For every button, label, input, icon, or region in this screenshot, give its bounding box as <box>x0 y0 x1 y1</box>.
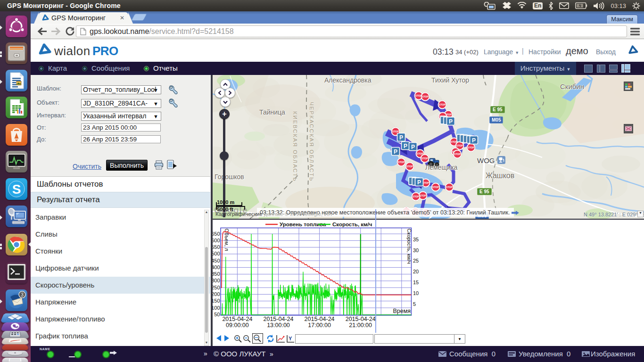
svg-text:3: 3 <box>21 292 24 297</box>
svg-text:P: P <box>404 143 407 149</box>
svg-text:S: S <box>12 182 21 197</box>
svg-text:2015-04-24: 2015-04-24 <box>305 316 335 322</box>
svg-text:P: P <box>411 144 415 150</box>
svg-text:50: 50 <box>214 312 220 317</box>
svg-text:STOP: STOP <box>421 157 429 160</box>
svg-text:P: P <box>472 137 476 144</box>
svg-text:2015-04-24: 2015-04-24 <box>222 316 252 322</box>
svg-text:P: P <box>449 118 453 125</box>
svg-text:5: 5 <box>413 301 416 307</box>
svg-text:2015-04-24: 2015-04-24 <box>264 316 294 322</box>
svg-text:STOP: STOP <box>432 186 439 189</box>
svg-text:30: 30 <box>413 247 419 253</box>
svg-text:P: P <box>417 179 421 186</box>
svg-text:STOP: STOP <box>456 144 463 147</box>
svg-text:Время: Время <box>393 308 411 314</box>
svg-text:STOP: STOP <box>454 153 461 156</box>
svg-text:STOP: STOP <box>422 95 429 98</box>
svg-text:10: 10 <box>413 290 419 296</box>
svg-text:20: 20 <box>413 269 419 274</box>
svg-text:STOP: STOP <box>439 103 446 106</box>
svg-text:STOP: STOP <box>446 186 453 189</box>
svg-text:17:00:00: 17:00:00 <box>308 322 331 329</box>
svg-text:13:00:00: 13:00:00 <box>267 322 290 329</box>
svg-text:25: 25 <box>413 258 419 263</box>
svg-text:STOP: STOP <box>398 161 405 164</box>
svg-text:Скорость, км/ч: Скорость, км/ч <box>406 229 412 264</box>
svg-text:STOP: STOP <box>468 146 475 149</box>
svg-text:Скорость, км/ч: Скорость, км/ч <box>332 222 372 227</box>
svg-text:STOP: STOP <box>420 194 427 197</box>
svg-text:21:00:00: 21:00:00 <box>349 322 372 329</box>
svg-text:STOP: STOP <box>406 165 413 168</box>
svg-text:P: P <box>399 134 403 141</box>
svg-text:STOP: STOP <box>413 195 420 198</box>
svg-text:2015-04-24: 2015-04-24 <box>346 316 376 322</box>
svg-text:35: 35 <box>413 237 419 242</box>
svg-text:Y: Y <box>289 336 292 341</box>
svg-text:STOP: STOP <box>392 130 399 133</box>
svg-text:15: 15 <box>413 280 419 285</box>
svg-text:P: P <box>394 148 397 155</box>
svg-text:09:00:00: 09:00:00 <box>226 322 249 329</box>
